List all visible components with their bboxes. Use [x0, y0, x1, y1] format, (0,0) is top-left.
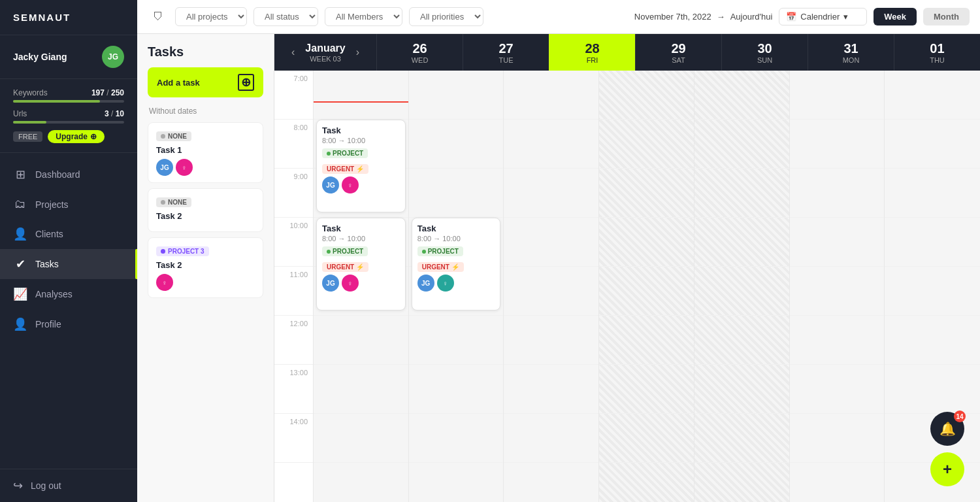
date-from: November 7th, 2022	[634, 12, 711, 22]
task-name: Task 2	[156, 211, 255, 221]
avatar-teal: ♀	[437, 275, 454, 292]
analyses-icon: 📈	[13, 287, 27, 301]
quick-add-button[interactable]: +	[930, 452, 964, 486]
current-time-line	[314, 101, 408, 103]
event-time: 8:00 → 10:00	[322, 235, 400, 243]
event-tags: PROJECT	[417, 246, 495, 256]
add-task-button[interactable]: Add a task ⊕	[148, 67, 263, 97]
calendar-event-3[interactable]: Task 8:00 → 10:00 PROJECT URGENT	[412, 218, 501, 310]
event-tag-project: PROJECT	[417, 246, 463, 256]
event-avatars: JG ♀	[322, 176, 400, 193]
task-card-1: NONE Task 1 JG ♀	[148, 122, 263, 183]
sidebar-item-profile[interactable]: 👤 Profile	[0, 309, 137, 339]
event-tag-urgent: URGENT ⚡	[322, 262, 368, 272]
sidebar-item-analyses[interactable]: 📈 Analyses	[0, 279, 137, 309]
task-name: Task 2	[156, 260, 255, 270]
logout-label: Log out	[31, 480, 61, 491]
month-navigation: ‹ January WEEK 03 ›	[274, 34, 376, 71]
calendar-event-2[interactable]: Task 8:00 → 10:00 PROJECT URGENT	[316, 218, 406, 310]
time-slot-8: 7:38 8:00	[274, 120, 313, 169]
calendar-dropdown[interactable]: 📅 Calendrier ▾	[779, 8, 867, 25]
notification-badge: 14	[954, 410, 966, 422]
task-tag-none: NONE	[156, 197, 191, 207]
month-name: January	[305, 42, 345, 54]
status-filter[interactable]: All status	[253, 7, 318, 26]
sidebar-bottom: ↪ Log out	[0, 469, 137, 502]
clients-icon: 👤	[13, 227, 27, 241]
time-slot-10: 10:00	[274, 218, 313, 267]
task-name: Task 1	[156, 145, 255, 155]
cal-day-31: 31 MON	[808, 34, 894, 71]
time-slot-7: 7:00	[274, 71, 313, 120]
urgent-icon: ⚡	[356, 263, 364, 271]
event-avatars: JG ♀	[417, 275, 495, 292]
date-navigation: November 7th, 2022 → Aujourd'hui	[634, 12, 772, 22]
priorities-filter[interactable]: All priorities	[409, 7, 483, 26]
tasks-panel-header: Tasks Add a task ⊕ Without dates NONE Ta…	[137, 34, 274, 310]
avatar-jg: JG	[417, 275, 434, 292]
event-tag-project: PROJECT	[322, 148, 368, 158]
task-card-3: PROJECT 3 Task 2 ♀	[148, 237, 263, 298]
time-column: 7:00 7:38 8:00 9:00 10:00 11:00 12:00 13…	[274, 71, 314, 502]
urgent-icon: ⚡	[451, 263, 459, 271]
calendar-header: ‹ January WEEK 03 › 26 WED 27 TUE	[274, 34, 980, 71]
cal-col-mon	[790, 71, 885, 502]
month-view-button[interactable]: Month	[923, 8, 970, 25]
keywords-value: 197 / 250	[91, 88, 124, 97]
event-title: Task	[417, 224, 495, 233]
upgrade-button[interactable]: Upgrade ⊕	[48, 130, 105, 143]
avatar-pink: ♀	[156, 274, 173, 291]
avatar: JG	[102, 46, 124, 68]
cal-col-sat	[599, 71, 694, 502]
app-logo: SEMNAUT	[0, 0, 137, 35]
task-avatars: ♀	[156, 274, 255, 291]
members-filter[interactable]: All Members	[325, 7, 402, 26]
filter-icon-button[interactable]: ⛉	[148, 8, 169, 25]
event-time: 8:00 → 10:00	[417, 235, 495, 243]
sidebar-item-dashboard[interactable]: ⊞ Dashboard	[0, 159, 137, 190]
cal-col-tue: Task 8:00 → 10:00 PROJECT URGENT	[409, 71, 504, 502]
keywords-progress-bar	[13, 100, 124, 103]
urls-progress-fill	[13, 121, 46, 124]
sidebar: SEMNAUT Jacky Giang JG Keywords 197 / 25…	[0, 0, 137, 502]
prev-week-button[interactable]: ‹	[287, 45, 299, 59]
event-title: Task	[322, 224, 400, 233]
task-tag-none: NONE	[156, 131, 191, 141]
sidebar-item-projects[interactable]: 🗂 Projects	[0, 190, 137, 219]
cal-day-01: 01 THU	[894, 34, 980, 71]
urgent-icon: ⚡	[356, 165, 364, 173]
time-slot-14: 14:00	[274, 414, 313, 463]
profile-icon: 👤	[13, 317, 27, 331]
projects-icon: 🗂	[13, 197, 27, 211]
calendar-event-1[interactable]: Task 8:00 → 10:00 PROJECT URGENT	[316, 120, 406, 212]
next-week-button[interactable]: ›	[352, 45, 363, 59]
sidebar-item-label: Profile	[35, 319, 61, 329]
cal-day-26: 26 WED	[376, 34, 463, 71]
plus-icon: +	[943, 460, 952, 478]
calendar-area: ‹ January WEEK 03 › 26 WED 27 TUE	[274, 34, 980, 502]
cal-day-27: 27 TUE	[463, 34, 549, 71]
calendar-icon: 📅	[786, 12, 796, 22]
projects-filter[interactable]: All projects	[175, 7, 247, 26]
cal-day-28: 28 FRI	[549, 34, 635, 71]
add-task-icon: ⊕	[238, 74, 254, 91]
sidebar-item-clients[interactable]: 👤 Clients	[0, 219, 137, 249]
fab-container: 🔔 14 +	[930, 412, 964, 486]
sidebar-item-tasks[interactable]: ✔ Tasks	[0, 249, 137, 279]
event-tags: PROJECT	[322, 148, 400, 158]
event-tag-urgent: URGENT ⚡	[417, 262, 464, 272]
week-view-button[interactable]: Week	[874, 8, 917, 25]
time-slot-13: 13:00	[274, 365, 313, 414]
content-area: Tasks Add a task ⊕ Without dates NONE Ta…	[137, 34, 980, 502]
urls-progress-bar	[13, 121, 124, 124]
notifications-button[interactable]: 🔔 14	[930, 412, 964, 446]
user-name: Jacky Giang	[13, 52, 95, 62]
date-arrow-icon: →	[717, 12, 725, 22]
tasks-panel: Tasks Add a task ⊕ Without dates NONE Ta…	[137, 34, 274, 502]
plus-icon: ⊕	[90, 132, 97, 141]
avatar-jg: JG	[322, 176, 339, 193]
keywords-progress-fill	[13, 100, 100, 103]
tasks-icon: ✔	[13, 257, 27, 271]
event-avatars: JG ♀	[322, 275, 400, 292]
logout-button[interactable]: ↪ Log out	[13, 478, 124, 493]
